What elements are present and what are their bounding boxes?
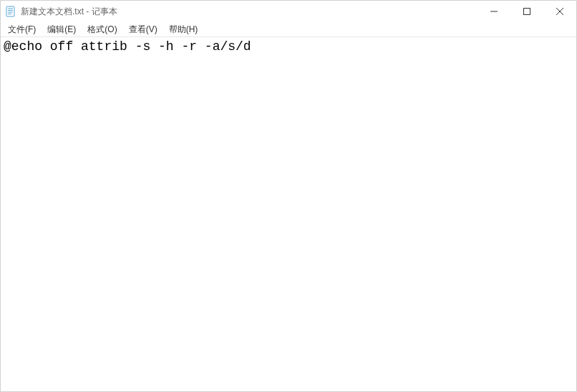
notepad-icon xyxy=(5,6,16,17)
menu-format[interactable]: 格式(O) xyxy=(82,22,122,37)
menu-edit[interactable]: 编辑(E) xyxy=(42,22,82,37)
menubar: 文件(F) 编辑(E) 格式(O) 查看(V) 帮助(H) xyxy=(1,22,576,37)
notepad-window: 新建文本文档.txt - 记事本 文件(F) 编辑(E) 格式(O) 查看(V)… xyxy=(0,0,577,392)
svg-rect-0 xyxy=(6,6,14,16)
svg-rect-6 xyxy=(524,9,530,15)
menu-help[interactable]: 帮助(H) xyxy=(163,22,204,37)
menu-file[interactable]: 文件(F) xyxy=(2,22,42,37)
menu-view[interactable]: 查看(V) xyxy=(123,22,163,37)
maximize-button[interactable] xyxy=(510,1,543,22)
window-title: 新建文本文档.txt - 记事本 xyxy=(21,6,117,18)
close-button[interactable] xyxy=(543,1,576,22)
minimize-button[interactable] xyxy=(477,1,510,22)
titlebar[interactable]: 新建文本文档.txt - 记事本 xyxy=(1,1,576,22)
window-controls xyxy=(477,1,576,22)
text-editor[interactable]: @echo off attrib -s -h -r -a/s/d xyxy=(1,37,576,391)
